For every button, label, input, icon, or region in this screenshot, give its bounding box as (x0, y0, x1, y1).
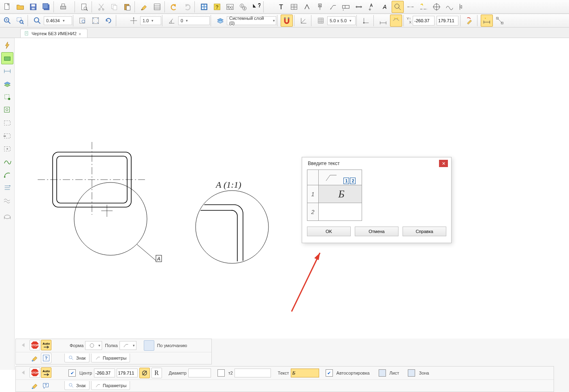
zoom-in-button[interactable] (1, 15, 13, 27)
letter-button[interactable]: А (379, 1, 391, 13)
diameter-symbol-button[interactable] (139, 368, 150, 378)
refresh-button[interactable] (102, 15, 115, 27)
zone-checkbox[interactable] (408, 369, 415, 377)
angle-combo[interactable]: 0 (178, 16, 210, 25)
zoom-previous-button[interactable] (77, 15, 89, 27)
center-y-field[interactable] (117, 369, 138, 377)
detail-view-button[interactable] (392, 1, 404, 13)
view-arrow-button[interactable]: A (366, 1, 378, 13)
shelf-combo[interactable] (119, 341, 136, 350)
lp-hatch-icon[interactable] (1, 78, 13, 90)
panel2-back-button[interactable] (18, 367, 29, 378)
panel1-stop-button[interactable]: STOP (30, 340, 40, 350)
break-line-button[interactable] (456, 1, 469, 13)
center-checkbox[interactable] (68, 369, 76, 377)
paste-button[interactable] (121, 1, 133, 13)
angle-button[interactable] (166, 15, 178, 27)
format-painter-button[interactable] (138, 1, 150, 13)
zoom-value-combo[interactable]: 0.4634 (44, 16, 72, 25)
wavy-line-button[interactable] (443, 1, 456, 13)
help-icon-button[interactable]: ? (211, 1, 223, 13)
copy-button[interactable] (108, 1, 120, 13)
snap-mode-button[interactable] (390, 15, 402, 27)
new-file-button[interactable] (1, 1, 13, 13)
coord-x-input[interactable] (413, 16, 435, 25)
centerline-button[interactable] (405, 1, 417, 13)
dialog-ok-button[interactable]: OK (307, 227, 351, 236)
panel2-tab-params[interactable]: Параметры (91, 381, 130, 390)
redo-button[interactable] (181, 1, 193, 13)
dialog-close-button[interactable]: ✕ (439, 160, 448, 167)
save-button[interactable] (27, 1, 39, 13)
constraints-button[interactable] (494, 15, 506, 27)
save-all-button[interactable] (40, 1, 52, 13)
zoom-scale-button[interactable] (31, 15, 43, 27)
lp-rect-dash-icon[interactable] (1, 117, 13, 129)
text-button[interactable]: T (275, 1, 287, 13)
move-origin-button[interactable] (128, 15, 140, 27)
open-file-button[interactable] (14, 1, 26, 13)
lp-arc-icon[interactable] (1, 169, 13, 181)
lp-measure-icon[interactable] (1, 130, 13, 142)
zoom-window-button[interactable] (14, 15, 26, 27)
lp-lightning-icon[interactable] (1, 39, 13, 51)
t2-checkbox[interactable] (217, 369, 225, 377)
lp-list-icon[interactable] (1, 182, 13, 194)
dialog-help-button[interactable]: Справка (403, 227, 446, 236)
sheet-checkbox[interactable] (379, 369, 386, 377)
edit-sketch-button[interactable] (464, 15, 476, 27)
drawing-canvas[interactable]: А А (1:1) (15, 39, 554, 286)
lp-select-icon[interactable] (1, 143, 13, 155)
diameter-field[interactable] (188, 369, 211, 377)
lp-geometry-icon[interactable] (1, 52, 13, 64)
properties-button[interactable] (151, 1, 163, 13)
coord-y-input[interactable] (437, 16, 458, 25)
snap-magnet-button[interactable] (281, 15, 293, 27)
text-field[interactable] (291, 369, 319, 377)
layers-button[interactable] (214, 15, 226, 27)
auto-center-button[interactable] (418, 1, 430, 13)
form-combo[interactable] (85, 341, 102, 350)
numbering-button[interactable]: 12 (237, 1, 249, 13)
lp-dimension-icon[interactable] (1, 65, 13, 77)
undo-button[interactable] (168, 1, 180, 13)
table-button[interactable] (288, 1, 300, 13)
panel1-tab-sign[interactable]: Знак (64, 354, 90, 362)
grid-combo[interactable]: 5.0 x 5.0 (327, 16, 356, 25)
print-preview-button[interactable] (78, 1, 90, 13)
zoom-all-button[interactable] (90, 15, 102, 27)
dimensions-style-button[interactable] (377, 15, 389, 27)
tab-close-button[interactable]: × (79, 32, 83, 36)
lp-projection-icon[interactable] (1, 211, 13, 223)
dialog-row1-input[interactable]: Б (318, 185, 362, 203)
datum-button[interactable]: A (314, 1, 326, 13)
panel1-back-button[interactable] (18, 340, 29, 350)
parametric-dims-button[interactable] (481, 15, 493, 27)
panel2-help-icon[interactable]: ? (41, 380, 51, 391)
variables-button[interactable]: f(x) (224, 1, 236, 13)
cut-button[interactable] (95, 1, 107, 13)
default-toggle[interactable] (144, 340, 154, 351)
document-tab[interactable]: Чертеж БЕЗ ИМЕНИ2 × (20, 29, 87, 38)
panel2-auto-button[interactable]: Auto (41, 367, 51, 378)
layer-combo[interactable]: Системный слой (0) (227, 16, 276, 25)
panel1-help-icon[interactable]: ? (41, 353, 51, 363)
print-button[interactable] (57, 1, 69, 13)
leader-button[interactable] (327, 1, 339, 13)
dialog-cancel-button[interactable]: Отмена (355, 227, 399, 236)
grid-button[interactable] (315, 15, 327, 27)
scale-combo[interactable]: 1.0 (140, 16, 161, 25)
panel1-auto-button[interactable]: Auto (41, 340, 51, 350)
autosort-checkbox[interactable] (326, 369, 333, 377)
roughness-button[interactable] (301, 1, 313, 13)
panel1-tab-params[interactable]: Параметры (91, 354, 130, 362)
library-button[interactable] (198, 1, 210, 13)
panel2-stop-button[interactable]: STOP (30, 367, 40, 378)
panel2-tab-sign[interactable]: Знак (64, 381, 90, 390)
panel1-brush-icon[interactable] (30, 353, 40, 363)
contextual-help-button[interactable]: ? (250, 1, 262, 13)
ortho-button[interactable] (298, 15, 310, 27)
panel2-brush-icon[interactable] (30, 380, 40, 391)
dialog-row2-input[interactable] (318, 203, 362, 221)
center-x-field[interactable] (94, 369, 115, 377)
